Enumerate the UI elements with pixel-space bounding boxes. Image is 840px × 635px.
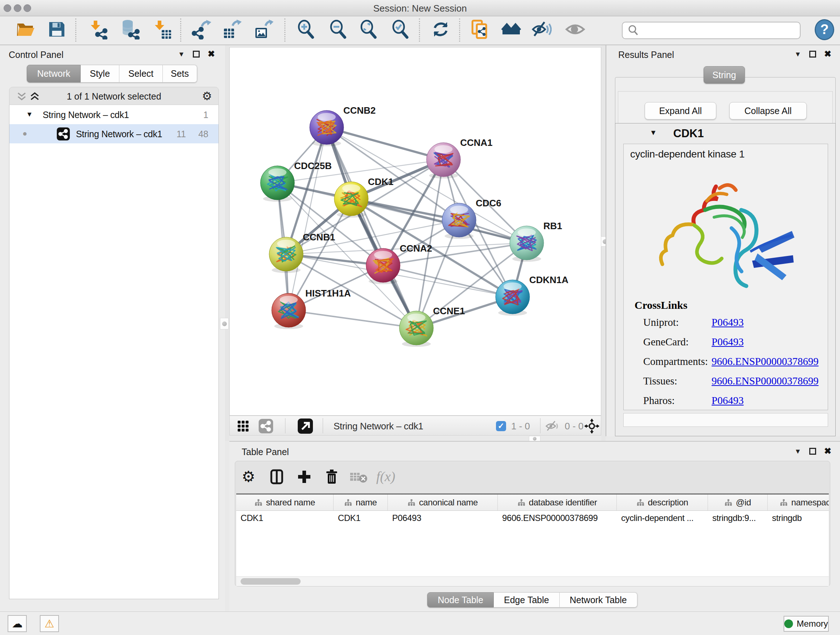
splitter-handle[interactable] (529, 436, 540, 441)
tab-network[interactable]: Network (27, 65, 81, 82)
import-table-icon (152, 19, 172, 40)
show-columns-icon[interactable] (268, 469, 285, 485)
network-share-icon[interactable] (259, 419, 273, 433)
collection-expand-icon[interactable]: ▼ (26, 111, 33, 119)
close-panel-icon[interactable]: ✖ (824, 447, 831, 455)
panel-splitter[interactable] (225, 45, 229, 441)
tab-edge-table[interactable]: Edge Table (494, 592, 560, 608)
network-edge[interactable] (289, 310, 416, 328)
table-cell[interactable]: CDK1 (236, 510, 333, 526)
export-table-button[interactable] (222, 19, 242, 41)
help-button[interactable]: ? (815, 19, 834, 40)
table-settings-gear-icon[interactable]: ⚙ (242, 469, 258, 485)
float-panel-icon[interactable] (809, 51, 816, 57)
column-header-description[interactable]: description (617, 494, 708, 510)
open-session-button[interactable] (15, 19, 35, 41)
network-edge[interactable] (289, 127, 327, 310)
table-cell[interactable]: stringdb (767, 510, 829, 526)
network-collection-row[interactable]: ▼ String Network – cdk1 1 (9, 105, 218, 124)
network-node-ccne1[interactable] (399, 311, 433, 347)
network-row[interactable]: ● String Network – cdk1 11 48 (9, 124, 218, 143)
table-cell[interactable]: P06493 (388, 510, 498, 526)
network-node-hist1h1a[interactable] (272, 293, 306, 329)
crosslink-link[interactable]: P06493 (712, 336, 744, 348)
float-panel-icon[interactable] (809, 448, 816, 455)
table-cell[interactable]: CDK1 (333, 510, 388, 526)
panel-menu-icon[interactable]: ▼ (178, 51, 185, 57)
duplicate-network-button[interactable] (470, 19, 490, 41)
grid-view-icon[interactable] (237, 420, 249, 432)
collapse-all-button[interactable]: Collapse All (729, 102, 807, 119)
open-in-new-icon[interactable] (298, 418, 313, 434)
crosslink-link[interactable]: 9606.ENSP00000378699 (712, 375, 819, 387)
zoom-in-button[interactable] (295, 19, 316, 41)
hide-enhanced-labels-button[interactable] (531, 19, 552, 41)
tab-string[interactable]: String (704, 66, 745, 84)
tab-select[interactable]: Select (119, 65, 163, 82)
search-input[interactable] (641, 25, 800, 36)
table-tabs: Node TableEdge TableNetwork Table (427, 592, 638, 608)
column-header-namespace[interactable]: namespace (767, 494, 829, 510)
network-node-cdk1[interactable] (334, 182, 368, 218)
selection-summary: 1 of 1 Network selected (9, 91, 218, 102)
network-edge[interactable] (327, 127, 444, 160)
tab-style[interactable]: Style (81, 65, 119, 82)
float-panel-icon[interactable] (193, 51, 200, 57)
column-header-label: namespace (791, 497, 829, 508)
network-node-cdc6[interactable] (442, 203, 476, 239)
selected-checkbox[interactable]: ✓ (496, 421, 506, 431)
results-hscrollbar[interactable] (623, 413, 828, 427)
close-panel-icon[interactable]: ✖ (824, 50, 831, 58)
string-home-button[interactable] (501, 19, 521, 41)
splitter-handle[interactable] (220, 318, 229, 329)
export-image-button[interactable] (253, 19, 273, 41)
crosslink-link[interactable]: P06493 (712, 394, 744, 407)
crosslink-link[interactable]: P06493 (712, 317, 744, 328)
tab-node-table[interactable]: Node Table (427, 592, 494, 608)
export-network-button[interactable] (192, 19, 212, 41)
entry-collapse-icon[interactable]: ▼ (650, 128, 657, 137)
table-cell[interactable]: stringdb:9... (708, 510, 767, 526)
network-node-ccna1[interactable] (426, 143, 461, 179)
gear-icon[interactable]: ⚙ (202, 89, 212, 103)
birdseye-navigator-icon[interactable] (584, 418, 600, 434)
tab-sets[interactable]: Sets (163, 65, 197, 82)
entry-header[interactable]: ▼ CDK1 (615, 124, 835, 144)
table-cell[interactable]: 9606.ENSP00000378699 (498, 510, 617, 526)
column-header-shared-name[interactable]: shared name (236, 494, 333, 510)
panel-menu-icon[interactable]: ▼ (794, 448, 801, 455)
column-header-name[interactable]: name (333, 494, 388, 510)
add-column-icon[interactable] (296, 469, 313, 485)
table-cell[interactable]: cyclin-dependent ... (617, 510, 708, 526)
crosslink-row: Uniprot:P06493 (624, 317, 828, 333)
column-header-database-identifier[interactable]: database identifier (498, 494, 617, 510)
import-network-database-button[interactable] (120, 19, 140, 41)
zoom-fit-button[interactable] (358, 19, 378, 41)
expand-all-button[interactable]: Expand All (645, 102, 716, 119)
panel-menu-icon[interactable]: ▼ (794, 51, 801, 57)
export-network-icon (192, 19, 212, 40)
network-node-ccnb1[interactable] (269, 237, 303, 273)
warnings-button[interactable]: ⚠ (40, 615, 59, 632)
zoom-out-button[interactable] (328, 19, 348, 41)
refresh-view-button[interactable] (431, 19, 451, 41)
delete-column-icon[interactable] (324, 469, 340, 485)
network-node-rb1[interactable] (510, 226, 544, 262)
show-graphics-details-button[interactable] (565, 19, 585, 41)
cloud-button[interactable]: ☁ (8, 615, 27, 632)
memory-button[interactable]: Memory (783, 616, 829, 632)
node-label: CCNB1 (303, 232, 335, 242)
scrollbar-thumb[interactable] (240, 578, 301, 585)
network-node-cdkn1a[interactable] (496, 280, 530, 316)
zoom-selected-button[interactable] (390, 19, 410, 41)
import-network-file-button[interactable] (88, 19, 109, 41)
save-session-button[interactable] (46, 19, 66, 41)
network-node-cdc25b[interactable] (261, 166, 294, 202)
network-canvas[interactable]: CCNB2CCNA1CDC25BCDK1CDC6RB1CCNB1CCNA2CDK… (229, 47, 601, 416)
column-header--id[interactable]: @id (708, 494, 767, 510)
close-panel-icon[interactable]: ✖ (208, 50, 215, 58)
column-header-canonical-name[interactable]: canonical name (388, 494, 498, 510)
import-table-file-button[interactable] (152, 19, 172, 41)
tab-network-table[interactable]: Network Table (560, 592, 638, 608)
crosslink-link[interactable]: 9606.ENSP00000378699 (712, 356, 819, 367)
